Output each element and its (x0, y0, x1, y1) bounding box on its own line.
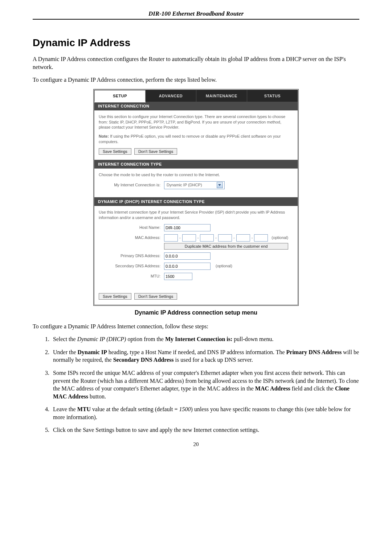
panel1-note-label: Note: (99, 134, 109, 138)
tab-setup[interactable]: SETUP (94, 90, 146, 102)
step-text: Dynamic IP (DHCP) (77, 336, 126, 342)
step-text: 1500 (179, 406, 191, 412)
chevron-down-icon (217, 182, 223, 188)
mac-sep: - (197, 235, 199, 240)
panel-dhcp-header: DYNAMIC IP (DHCP) INTERNET CONNECTION TY… (94, 197, 298, 206)
step-text: field and click the (290, 385, 335, 392)
step-text: pull-down menu. (232, 336, 273, 342)
host-name-label: Host Name: (99, 225, 164, 230)
mac-octet-3[interactable] (200, 234, 214, 242)
step-text: heading, type a Host Name if needed, and… (107, 349, 286, 355)
secondary-dns-label: Secondary DNS Address: (99, 263, 164, 269)
mac-sep: - (179, 235, 181, 240)
step-2: Under the Dynamic IP heading, type a Hos… (51, 348, 359, 364)
mac-address-label: MAC Address: (99, 234, 164, 240)
step-1: Select the Dynamic IP (DHCP) option from… (51, 335, 359, 343)
dont-save-settings-button-bottom[interactable]: Don't Save Settings (134, 293, 177, 300)
step-text: value at the default setting (default = (91, 406, 179, 412)
secondary-dns-input[interactable] (164, 263, 211, 270)
panel-connection-type-header: INTERNET CONNECTION TYPE (94, 160, 298, 169)
step-3: Some ISPs record the unique MAC address … (51, 369, 359, 400)
step-text: My Internet Connection is: (165, 336, 232, 342)
mac-sep: - (215, 235, 217, 240)
section-title: Dynamic IP Address (33, 37, 359, 49)
duplicate-mac-button[interactable]: Duplicate MAC address from the customer … (164, 243, 288, 250)
tab-bar: SETUP ADVANCED MAINTENANCE STATUS (94, 90, 298, 102)
intro-paragraph-1: A Dynamic IP Address connection configur… (33, 55, 359, 71)
step-text: Primary DNS Address (286, 349, 342, 355)
step-text: Secondary DNS Address (113, 357, 174, 363)
steps-list: Select the Dynamic IP (DHCP) option from… (33, 335, 359, 434)
figure-caption: Dynamic IP Address connection setup menu (33, 309, 359, 316)
connection-type-select[interactable]: Dynamic IP (DHCP) (164, 181, 225, 189)
step-5: Click on the Save Settings button to sav… (51, 426, 359, 434)
step-text: Leave the (53, 406, 77, 412)
tab-status[interactable]: STATUS (247, 90, 298, 102)
mac-octet-5[interactable] (236, 234, 250, 242)
tab-advanced[interactable]: ADVANCED (146, 90, 196, 102)
step-4: Leave the MTU value at the default setti… (51, 405, 359, 421)
save-settings-button[interactable]: Save Settings (99, 148, 131, 155)
mac-octet-6[interactable] (254, 234, 268, 242)
step-text: Dynamic IP (78, 349, 107, 355)
step-text: Click on the Save Settings button to sav… (53, 427, 259, 433)
mac-sep: - (252, 235, 253, 240)
panel3-text: Use this Internet connection type if you… (99, 210, 293, 220)
primary-dns-label: Primary DNS Address: (99, 253, 164, 259)
save-settings-button-bottom[interactable]: Save Settings (99, 293, 131, 300)
step-text: MTU (77, 406, 91, 412)
panel1-note: Note: If using the PPPoE option, you wil… (99, 134, 293, 145)
panel2-text: Choose the mode to be used by the router… (99, 172, 293, 178)
step-text: MAC Address (255, 385, 290, 392)
doc-header-title: DIR-100 Ethernet Broadband Router (33, 10, 359, 20)
intro-paragraph-2: To configure a Dynamic IP Address connec… (33, 76, 359, 84)
mac-octet-1[interactable] (164, 234, 178, 242)
mac-octet-2[interactable] (182, 234, 196, 242)
tab-maintenance[interactable]: MAINTENANCE (196, 90, 247, 102)
step-text: is used for a back up DNS server. (174, 357, 253, 363)
host-name-input[interactable] (164, 224, 211, 231)
connection-type-label: My Internet Connection is: (99, 182, 164, 188)
step-text: Select the (53, 336, 77, 342)
page-number: 20 (33, 441, 359, 447)
dont-save-settings-button[interactable]: Don't Save Settings (134, 148, 177, 155)
mac-sep: - (233, 235, 235, 240)
mac-optional-label: (optional) (271, 235, 288, 240)
step-text: Under the (53, 349, 78, 355)
mtu-input[interactable] (164, 273, 192, 280)
panel1-note-text: If using the PPPoE option, you will need… (99, 134, 281, 144)
mtu-label: MTU: (99, 274, 164, 279)
primary-dns-input[interactable] (164, 252, 211, 260)
step-text: option from the (126, 336, 165, 342)
secondary-dns-optional: (optional) (216, 263, 232, 269)
router-ui-figure: SETUP ADVANCED MAINTENANCE STATUS INTERN… (93, 89, 299, 306)
connection-type-value: Dynamic IP (DHCP) (167, 182, 202, 188)
panel-internet-connection-header: INTERNET CONNECTION (94, 102, 298, 110)
step-text: button. (88, 393, 106, 400)
mac-octet-4[interactable] (218, 234, 232, 242)
steps-intro: To configure a Dynamic IP Address Intern… (33, 323, 359, 331)
panel1-text: Use this section to configure your Inter… (99, 114, 293, 130)
